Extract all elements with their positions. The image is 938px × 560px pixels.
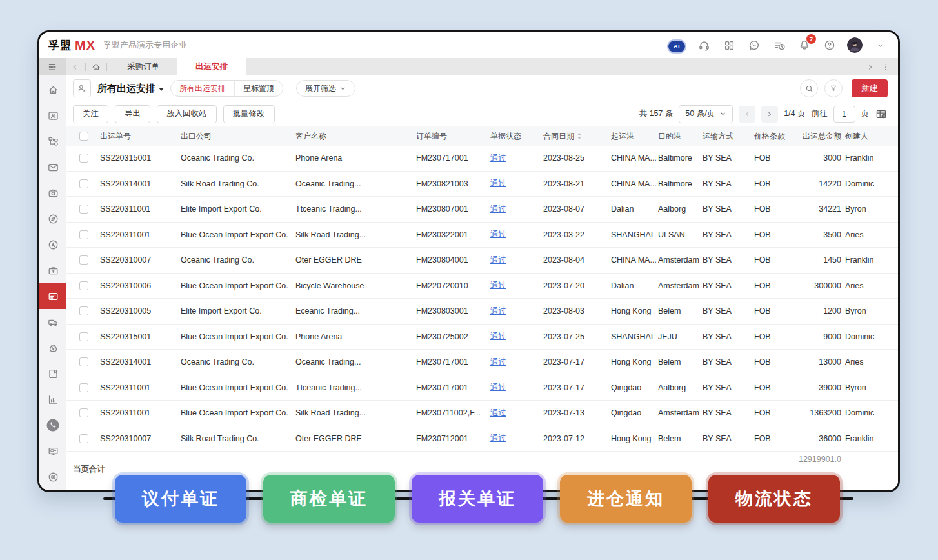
new-button[interactable]: 新建	[852, 79, 888, 97]
row-checkbox[interactable]	[79, 306, 88, 315]
status-link[interactable]: 通过	[490, 408, 506, 419]
recycle-bin-button[interactable]: 放入回收站	[157, 105, 217, 123]
row-checkbox[interactable]	[79, 281, 88, 290]
flow-button-negotiation-docs[interactable]: 议付单证	[115, 475, 246, 523]
sidebar-item-money-bag[interactable]	[39, 335, 66, 361]
user-avatar[interactable]	[848, 39, 861, 52]
sort-icon[interactable]	[577, 133, 581, 139]
table-row[interactable]: SS220311001Blue Ocean Import Export Co.T…	[66, 375, 898, 401]
batch-edit-button[interactable]: 批量修改	[223, 105, 275, 123]
status-link[interactable]: 通过	[490, 178, 506, 189]
pill-all-shipping[interactable]: 所有出运安排	[171, 81, 234, 96]
status-link[interactable]: 通过	[490, 204, 506, 215]
flow-button-warehouse-notice[interactable]: 进仓通知	[560, 475, 692, 523]
pill-star-pin[interactable]: 星标置顶	[234, 81, 283, 96]
status-link[interactable]: 通过	[490, 255, 506, 266]
tab-more-button[interactable]	[881, 63, 890, 72]
table-row[interactable]: SS220310006Blue Ocean Import Export Co.B…	[66, 274, 898, 299]
table-row[interactable]: SS220314001Silk Road Trading Co.Oceanic …	[66, 172, 898, 197]
column-header-transport: 运输方式	[703, 131, 754, 142]
status-link[interactable]: 通过	[490, 382, 506, 393]
status-link[interactable]: 通过	[490, 306, 506, 317]
filter-button[interactable]	[824, 79, 843, 97]
whatsapp-button[interactable]	[748, 39, 761, 52]
cell-order_no: FM230717001	[416, 154, 490, 163]
table-row[interactable]: SS220311001Blue Ocean Import Export Co.S…	[66, 223, 898, 248]
sidebar-item-monitor[interactable]	[39, 438, 66, 464]
follow-button[interactable]: 关注	[73, 105, 108, 123]
cell-amount: 39000	[800, 383, 845, 392]
tab-shipping-arrangement[interactable]: 出运安排	[177, 58, 246, 75]
row-checkbox[interactable]	[79, 332, 88, 341]
status-link[interactable]: 通过	[490, 357, 506, 368]
flow-button-customs-docs[interactable]: 报关单证	[412, 475, 543, 523]
sidebar-item-bar-chart[interactable]	[39, 386, 66, 412]
bell-button[interactable]: 7	[798, 39, 811, 52]
tab-back-button[interactable]	[66, 63, 83, 72]
row-checkbox[interactable]	[79, 383, 88, 392]
status-link[interactable]: 通过	[490, 280, 506, 291]
sidebar-item-gear[interactable]	[39, 464, 66, 490]
table-row[interactable]: SS220310007Silk Road Trading Co.Oter EGG…	[66, 426, 898, 452]
table-row[interactable]: SS220311001Blue Ocean Import Export Co.S…	[66, 401, 898, 426]
goto-page-input[interactable]	[833, 106, 855, 123]
row-checkbox[interactable]	[79, 408, 88, 417]
sidebar-item-ledger-book[interactable]	[39, 361, 66, 386]
table-row[interactable]: SS220314001Oceanic Trading Co.Oceanic Tr…	[66, 350, 898, 375]
flow-button-logistics-status[interactable]: 物流状态	[708, 475, 840, 523]
status-link[interactable]: 通过	[490, 229, 506, 240]
sidebar-item-org-structure[interactable]	[39, 128, 66, 154]
tab-scroll-right-button[interactable]	[866, 63, 875, 72]
column-header-contract_date[interactable]: 合同日期	[543, 131, 611, 142]
column-settings-button[interactable]	[875, 108, 888, 121]
history-button[interactable]	[773, 39, 786, 52]
search-button[interactable]	[800, 79, 818, 97]
export-button[interactable]: 导出	[115, 105, 150, 123]
next-page-button[interactable]	[761, 106, 778, 123]
home-tab-button[interactable]	[88, 62, 105, 72]
cell-destination_port: Amsterdam	[658, 408, 703, 417]
cell-departure_port: Qingdao	[611, 383, 658, 392]
sidebar-item-shipping-doc[interactable]	[39, 283, 66, 309]
flow-button-inspection-docs[interactable]: 商检单证	[263, 475, 395, 523]
sidebar-item-camera[interactable]	[39, 180, 66, 206]
table-row[interactable]: SS220310007Oceanic Trading Co.Oter EGGER…	[66, 248, 898, 274]
table-row[interactable]: SS220315001Blue Ocean Import Export Co.P…	[66, 325, 898, 350]
apps-grid-button[interactable]	[723, 39, 735, 52]
sidebar-item-whatsapp-filled[interactable]	[39, 412, 66, 438]
row-checkbox[interactable]	[79, 434, 88, 443]
table-row[interactable]: SS220315001Oceanic Trading Co.Phone Aren…	[66, 146, 898, 172]
row-checkbox[interactable]	[79, 357, 88, 366]
status-link[interactable]: 通过	[490, 433, 506, 444]
sidebar-item-truck[interactable]	[39, 309, 66, 335]
row-checkbox[interactable]	[79, 179, 88, 188]
help-button[interactable]	[823, 39, 836, 52]
tab-purchase-orders[interactable]: 采购订单	[109, 58, 177, 75]
prev-page-button[interactable]	[739, 106, 755, 123]
select-all-checkbox[interactable]	[79, 132, 88, 141]
ai-badge-button[interactable]: AI	[668, 39, 685, 51]
status-link[interactable]: 通过	[490, 331, 506, 342]
owner-filter-button[interactable]	[73, 79, 91, 97]
sidebar-item-compass[interactable]	[39, 206, 66, 232]
expand-filter-button[interactable]: 展开筛选	[296, 80, 355, 97]
row-checkbox[interactable]	[79, 154, 88, 163]
sidebar-item-finance-case[interactable]	[39, 257, 66, 283]
sidebar-item-mail[interactable]	[39, 154, 66, 180]
sidebar-item-contact-card[interactable]	[39, 103, 66, 128]
headset-button[interactable]	[697, 39, 710, 52]
status-link[interactable]: 通过	[490, 153, 506, 164]
row-checkbox[interactable]	[79, 205, 88, 214]
table-row[interactable]: SS220310005Elite Import Export Co.Eceani…	[66, 299, 898, 325]
page-size-select[interactable]: 50 条/页	[679, 105, 733, 123]
sidebar-item-home[interactable]	[39, 77, 66, 103]
row-checkbox[interactable]	[79, 255, 88, 265]
ai-badge[interactable]: AI	[668, 41, 685, 52]
chevron-down-button[interactable]	[873, 39, 886, 52]
table-row[interactable]: SS220311001Elite Import Export Co.Ttcean…	[66, 197, 898, 223]
sidebar-collapse-button[interactable]	[39, 58, 66, 75]
view-title-dropdown[interactable]: 所有出运安排	[97, 83, 164, 95]
cell-customer: Ttceanic Trading...	[295, 205, 416, 214]
row-checkbox[interactable]	[79, 230, 88, 239]
sidebar-item-a-circle[interactable]	[39, 232, 66, 257]
